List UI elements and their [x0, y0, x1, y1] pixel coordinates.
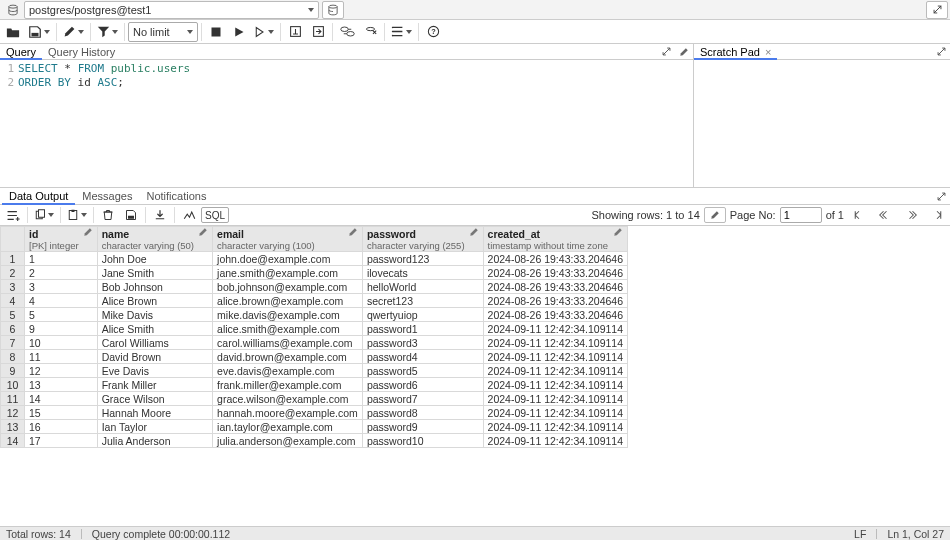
filter-button[interactable]	[94, 21, 121, 43]
pencil-icon[interactable]	[348, 227, 358, 237]
cell[interactable]: 16	[25, 420, 98, 434]
cell[interactable]: 10	[25, 336, 98, 350]
cell[interactable]: Carol Williams	[97, 336, 212, 350]
tab-notifications[interactable]: Notifications	[139, 188, 213, 204]
cell[interactable]: 9	[25, 322, 98, 336]
cell[interactable]: password8	[362, 406, 483, 420]
delete-row-button[interactable]	[97, 204, 119, 226]
cell[interactable]: 2024-09-11 12:42:34.109114	[483, 392, 627, 406]
pencil-icon[interactable]	[83, 227, 93, 237]
help-button[interactable]: ?	[422, 21, 444, 43]
stop-button[interactable]	[205, 21, 227, 43]
cell[interactable]: password10	[362, 434, 483, 448]
cell[interactable]: 2	[25, 266, 98, 280]
cell[interactable]: 11	[25, 350, 98, 364]
edit-rows-button[interactable]	[704, 207, 726, 223]
cell[interactable]: password4	[362, 350, 483, 364]
table-row[interactable]: 912Eve Daviseve.davis@example.compasswor…	[1, 364, 628, 378]
column-header-password[interactable]: passwordcharacter varying (255)	[362, 227, 483, 252]
cell[interactable]: frank.miller@example.com	[213, 378, 363, 392]
table-row[interactable]: 69Alice Smithalice.smith@example.compass…	[1, 322, 628, 336]
column-header-created_at[interactable]: created_attimestamp without time zone	[483, 227, 627, 252]
table-row[interactable]: 710Carol Williamscarol.williams@example.…	[1, 336, 628, 350]
cell[interactable]: qwertyuiop	[362, 308, 483, 322]
cell[interactable]: password5	[362, 364, 483, 378]
cell[interactable]: Julia Anderson	[97, 434, 212, 448]
cell[interactable]: 2024-09-11 12:42:34.109114	[483, 364, 627, 378]
cell[interactable]: mike.davis@example.com	[213, 308, 363, 322]
save-button[interactable]	[25, 21, 53, 43]
cell[interactable]: 13	[25, 378, 98, 392]
column-header-name[interactable]: namecharacter varying (50)	[97, 227, 212, 252]
macros-button[interactable]	[388, 21, 415, 43]
tab-query[interactable]: Query	[0, 44, 42, 60]
sql-view-button[interactable]: SQL	[201, 207, 229, 223]
next-page-button[interactable]	[900, 207, 922, 223]
table-row[interactable]: 55Mike Davismike.davis@example.comqwerty…	[1, 308, 628, 322]
cell[interactable]: 2024-08-26 19:43:33.204646	[483, 252, 627, 266]
cell[interactable]: 2024-08-26 19:43:33.204646	[483, 266, 627, 280]
tab-scratch[interactable]: Scratch Pad ×	[694, 44, 777, 60]
rollback-button[interactable]	[307, 21, 329, 43]
close-icon[interactable]: ×	[762, 46, 771, 58]
column-header-id[interactable]: id[PK] integer	[25, 227, 98, 252]
cell[interactable]: David Brown	[97, 350, 212, 364]
column-header-email[interactable]: emailcharacter varying (100)	[213, 227, 363, 252]
cell[interactable]: grace.wilson@example.com	[213, 392, 363, 406]
pencil-icon[interactable]	[198, 227, 208, 237]
cell[interactable]: Alice Brown	[97, 294, 212, 308]
cell[interactable]: password123	[362, 252, 483, 266]
pencil-icon[interactable]	[613, 227, 623, 237]
cell[interactable]: 12	[25, 364, 98, 378]
table-row[interactable]: 11John Doejohn.doe@example.compassword12…	[1, 252, 628, 266]
cell[interactable]: david.brown@example.com	[213, 350, 363, 364]
cell[interactable]: Frank Miller	[97, 378, 212, 392]
save-data-button[interactable]	[120, 204, 142, 226]
copy-button[interactable]	[31, 204, 57, 226]
table-row[interactable]: 1316Ian Taylorian.taylor@example.compass…	[1, 420, 628, 434]
cell[interactable]: Eve Davis	[97, 364, 212, 378]
cell[interactable]: John Doe	[97, 252, 212, 266]
pencil-icon[interactable]	[469, 227, 479, 237]
cell[interactable]: 1	[25, 252, 98, 266]
maximize-query-icon[interactable]	[657, 44, 675, 59]
cell[interactable]: 2024-08-26 19:43:33.204646	[483, 294, 627, 308]
execute-button[interactable]	[228, 21, 250, 43]
cell[interactable]: Mike Davis	[97, 308, 212, 322]
connection-settings-button[interactable]	[322, 1, 344, 19]
cell[interactable]: 2024-09-11 12:42:34.109114	[483, 434, 627, 448]
cell[interactable]: 2024-09-11 12:42:34.109114	[483, 336, 627, 350]
table-row[interactable]: 33Bob Johnsonbob.johnson@example.comhell…	[1, 280, 628, 294]
tab-query-history[interactable]: Query History	[42, 44, 121, 59]
cell[interactable]: Jane Smith	[97, 266, 212, 280]
connection-select[interactable]: postgres/postgres@test1	[24, 1, 319, 19]
table-row[interactable]: 1114Grace Wilsongrace.wilson@example.com…	[1, 392, 628, 406]
cell[interactable]: 2024-09-11 12:42:34.109114	[483, 378, 627, 392]
cell[interactable]: alice.smith@example.com	[213, 322, 363, 336]
cell[interactable]: jane.smith@example.com	[213, 266, 363, 280]
cell[interactable]: password7	[362, 392, 483, 406]
cell[interactable]: 17	[25, 434, 98, 448]
cell[interactable]: secret123	[362, 294, 483, 308]
cell[interactable]: hannah.moore@example.com	[213, 406, 363, 420]
cell[interactable]: password1	[362, 322, 483, 336]
page-number-input[interactable]	[780, 207, 822, 223]
open-file-button[interactable]	[2, 21, 24, 43]
cell[interactable]: 2024-09-11 12:42:34.109114	[483, 350, 627, 364]
table-row[interactable]: 44Alice Brownalice.brown@example.comsecr…	[1, 294, 628, 308]
prev-page-button[interactable]	[874, 207, 896, 223]
maximize-results-icon[interactable]	[932, 188, 950, 204]
cell[interactable]: ilovecats	[362, 266, 483, 280]
scratch-body[interactable]	[694, 60, 950, 187]
cancel-transaction-button[interactable]	[359, 21, 381, 43]
cell[interactable]: 4	[25, 294, 98, 308]
download-button[interactable]	[149, 204, 171, 226]
paste-button[interactable]	[64, 204, 90, 226]
results-grid-container[interactable]: id[PK] integernamecharacter varying (50)…	[0, 226, 950, 534]
graph-view-button[interactable]	[178, 204, 200, 226]
auto-commit-button[interactable]	[336, 21, 358, 43]
cell[interactable]: 3	[25, 280, 98, 294]
code-area[interactable]: SELECT * FROM public.usersORDER BY id AS…	[18, 62, 693, 187]
cell[interactable]: 2024-08-26 19:43:33.204646	[483, 308, 627, 322]
cell[interactable]: Grace Wilson	[97, 392, 212, 406]
